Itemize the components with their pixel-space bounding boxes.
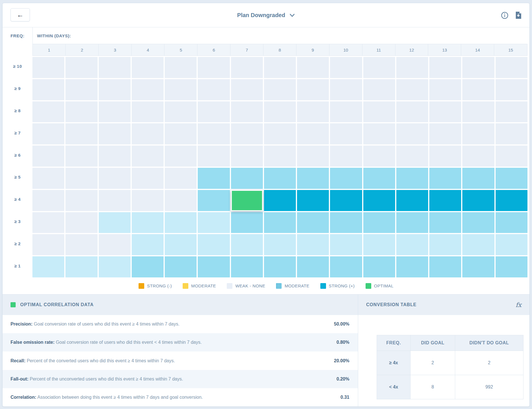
heatmap-cell[interactable] bbox=[99, 101, 131, 122]
heatmap-cell[interactable] bbox=[65, 79, 97, 100]
heatmap-cell[interactable] bbox=[330, 212, 362, 233]
heatmap-cell[interactable] bbox=[297, 123, 329, 144]
heatmap-cell[interactable] bbox=[198, 234, 230, 255]
heatmap-cell[interactable] bbox=[99, 57, 131, 78]
heatmap-cell[interactable] bbox=[165, 146, 197, 167]
heatmap-cell[interactable] bbox=[330, 190, 362, 211]
heatmap-cell[interactable] bbox=[264, 101, 296, 122]
heatmap-cell[interactable] bbox=[429, 146, 461, 167]
heatmap-cell[interactable] bbox=[297, 101, 329, 122]
heatmap-cell[interactable] bbox=[429, 101, 461, 122]
heatmap-cell-selected[interactable] bbox=[231, 190, 263, 211]
heatmap-cell[interactable] bbox=[198, 57, 230, 78]
heatmap-cell[interactable] bbox=[198, 101, 230, 122]
heatmap-cell[interactable] bbox=[496, 101, 527, 122]
heatmap-cell[interactable] bbox=[165, 256, 197, 277]
heatmap-cell[interactable] bbox=[198, 146, 230, 167]
heatmap-cell[interactable] bbox=[132, 101, 164, 122]
heatmap-cell[interactable] bbox=[132, 212, 164, 233]
heatmap-cell[interactable] bbox=[297, 168, 329, 189]
heatmap-cell[interactable] bbox=[363, 101, 395, 122]
heatmap-cell[interactable] bbox=[165, 123, 197, 144]
heatmap-cell[interactable] bbox=[264, 79, 296, 100]
heatmap-cell[interactable] bbox=[396, 146, 428, 167]
heatmap-cell[interactable] bbox=[363, 168, 395, 189]
heatmap-cell[interactable] bbox=[496, 234, 527, 255]
heatmap-cell[interactable] bbox=[65, 57, 97, 78]
heatmap-cell[interactable] bbox=[496, 212, 527, 233]
heatmap-cell[interactable] bbox=[231, 146, 263, 167]
heatmap-cell[interactable] bbox=[231, 79, 263, 100]
heatmap-cell[interactable] bbox=[65, 101, 97, 122]
heatmap-cell[interactable] bbox=[396, 57, 428, 78]
download-file-icon[interactable] bbox=[515, 12, 522, 19]
heatmap-cell[interactable] bbox=[65, 146, 97, 167]
heatmap-cell[interactable] bbox=[99, 212, 131, 233]
heatmap-cell[interactable] bbox=[165, 79, 197, 100]
heatmap-cell[interactable] bbox=[32, 123, 64, 144]
heatmap-cell[interactable] bbox=[363, 79, 395, 100]
heatmap-cell[interactable] bbox=[231, 168, 263, 189]
heatmap-cell[interactable] bbox=[363, 190, 395, 211]
heatmap-cell[interactable] bbox=[330, 101, 362, 122]
heatmap-cell[interactable] bbox=[396, 101, 428, 122]
heatmap-cell[interactable] bbox=[132, 190, 164, 211]
heatmap-cell[interactable] bbox=[32, 168, 64, 189]
heatmap-cell[interactable] bbox=[396, 168, 428, 189]
heatmap-cell[interactable] bbox=[32, 57, 64, 78]
heatmap-cell[interactable] bbox=[132, 256, 164, 277]
heatmap-cell[interactable] bbox=[32, 212, 64, 233]
heatmap-cell[interactable] bbox=[99, 256, 131, 277]
heatmap-cell[interactable] bbox=[132, 234, 164, 255]
heatmap-cell[interactable] bbox=[363, 234, 395, 255]
heatmap-cell[interactable] bbox=[132, 79, 164, 100]
heatmap-cell[interactable] bbox=[396, 190, 428, 211]
heatmap-cell[interactable] bbox=[132, 146, 164, 167]
heatmap-cell[interactable] bbox=[264, 256, 296, 277]
heatmap-cell[interactable] bbox=[297, 146, 329, 167]
heatmap-cell[interactable] bbox=[297, 256, 329, 277]
heatmap-cell[interactable] bbox=[396, 256, 428, 277]
heatmap-cell[interactable] bbox=[99, 146, 131, 167]
heatmap-cell[interactable] bbox=[363, 212, 395, 233]
heatmap-cell[interactable] bbox=[363, 57, 395, 78]
heatmap-cell[interactable] bbox=[132, 57, 164, 78]
heatmap-cell[interactable] bbox=[65, 168, 97, 189]
heatmap-cell[interactable] bbox=[198, 190, 230, 211]
heatmap-cell[interactable] bbox=[496, 168, 527, 189]
heatmap-cell[interactable] bbox=[297, 79, 329, 100]
heatmap-cell[interactable] bbox=[496, 57, 527, 78]
heatmap-cell[interactable] bbox=[363, 123, 395, 144]
heatmap-cell[interactable] bbox=[396, 212, 428, 233]
heatmap-cell[interactable] bbox=[396, 123, 428, 144]
heatmap-cell[interactable] bbox=[462, 123, 494, 144]
heatmap-cell[interactable] bbox=[198, 79, 230, 100]
heatmap-cell[interactable] bbox=[32, 190, 64, 211]
heatmap-cell[interactable] bbox=[429, 212, 461, 233]
heatmap-cell[interactable] bbox=[429, 256, 461, 277]
heatmap-cell[interactable] bbox=[496, 123, 527, 144]
heatmap-cell[interactable] bbox=[198, 256, 230, 277]
heatmap-cell[interactable] bbox=[198, 123, 230, 144]
heatmap-cell[interactable] bbox=[297, 190, 329, 211]
heatmap-cell[interactable] bbox=[32, 234, 64, 255]
heatmap-cell[interactable] bbox=[297, 234, 329, 255]
heatmap-cell[interactable] bbox=[462, 168, 494, 189]
heatmap-cell[interactable] bbox=[231, 57, 263, 78]
heatmap-cell[interactable] bbox=[462, 212, 494, 233]
heatmap-cell[interactable] bbox=[132, 123, 164, 144]
heatmap-cell[interactable] bbox=[99, 123, 131, 144]
heatmap-cell[interactable] bbox=[496, 190, 527, 211]
heatmap-cell[interactable] bbox=[231, 212, 263, 233]
heatmap-cell[interactable] bbox=[297, 57, 329, 78]
heatmap-cell[interactable] bbox=[297, 212, 329, 233]
heatmap-cell[interactable] bbox=[330, 57, 362, 78]
heatmap-cell[interactable] bbox=[99, 79, 131, 100]
heatmap-cell[interactable] bbox=[231, 101, 263, 122]
heatmap-cell[interactable] bbox=[198, 212, 230, 233]
heatmap-cell[interactable] bbox=[363, 256, 395, 277]
title-dropdown[interactable]: Plan Downgraded bbox=[3, 3, 529, 27]
heatmap-cell[interactable] bbox=[231, 256, 263, 277]
heatmap-cell[interactable] bbox=[330, 256, 362, 277]
heatmap-cell[interactable] bbox=[165, 168, 197, 189]
